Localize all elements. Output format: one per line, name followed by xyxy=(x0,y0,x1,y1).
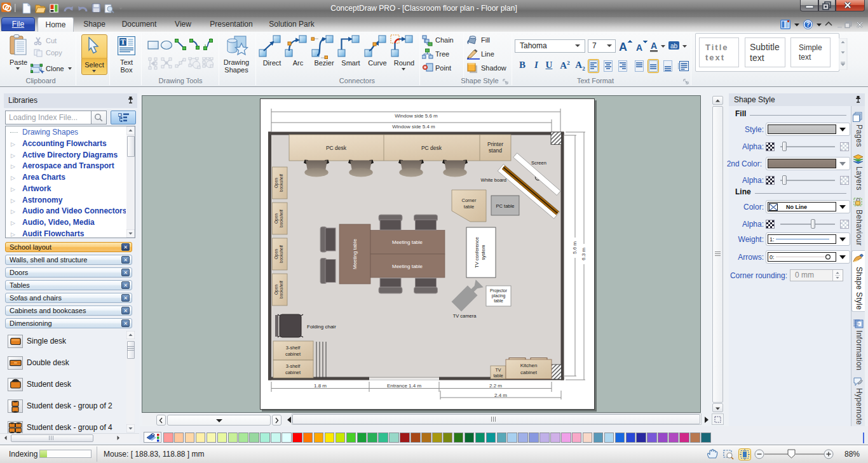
svg-text:A: A xyxy=(651,41,657,51)
svg-text:Meeting table: Meeting table xyxy=(392,264,423,269)
svg-text:Printer: Printer xyxy=(487,141,503,147)
svg-text:A: A xyxy=(619,41,627,53)
svg-text:5.6 m: 5.6 m xyxy=(572,241,578,254)
svg-text:Open: Open xyxy=(274,178,279,188)
svg-text:Projector: Projector xyxy=(490,288,508,293)
svg-text:Window side 5.6 m: Window side 5.6 m xyxy=(395,113,438,119)
svg-text:bookshelf: bookshelf xyxy=(279,210,283,227)
svg-text:Open: Open xyxy=(274,285,279,295)
svg-text:cabinet: cabinet xyxy=(285,351,301,357)
svg-text:bookshelf: bookshelf xyxy=(279,245,283,263)
svg-text:stand: stand xyxy=(489,147,502,154)
svg-text:cabinet: cabinet xyxy=(285,370,301,375)
svg-text:3-shelf: 3-shelf xyxy=(286,363,301,369)
svg-text:cabinet: cabinet xyxy=(520,370,538,375)
svg-text:6.3 m: 6.3 m xyxy=(581,248,587,260)
svg-text:Window side 5.4 m: Window side 5.4 m xyxy=(392,124,435,130)
svg-text:PC desk: PC desk xyxy=(326,145,347,151)
svg-text:Corner: Corner xyxy=(462,198,477,203)
svg-text:bookshelf: bookshelf xyxy=(279,174,283,192)
svg-text:TV: TV xyxy=(496,368,501,372)
svg-text:Open: Open xyxy=(274,213,279,224)
svg-text:PC desk: PC desk xyxy=(421,145,442,151)
svg-text:T: T xyxy=(120,37,125,46)
svg-text:placing: placing xyxy=(492,293,506,299)
svg-text:Open: Open xyxy=(274,249,279,259)
svg-text:Entrance 1.4 m: Entrance 1.4 m xyxy=(387,383,422,389)
svg-text:TV conference: TV conference xyxy=(474,237,480,268)
svg-text:table: table xyxy=(494,299,503,303)
svg-text:3-shelf: 3-shelf xyxy=(286,345,301,351)
svg-text:Kitchen: Kitchen xyxy=(520,363,538,368)
svg-text:White board: White board xyxy=(481,177,506,183)
svg-text:?: ? xyxy=(806,21,810,28)
svg-text:88%: 88% xyxy=(844,450,860,459)
svg-text:ab: ab xyxy=(670,43,678,50)
svg-text:PC table: PC table xyxy=(496,203,515,209)
svg-text:2.4 m: 2.4 m xyxy=(494,393,507,398)
svg-text:Folding chair: Folding chair xyxy=(307,324,336,330)
svg-text:TV camera: TV camera xyxy=(453,313,477,319)
svg-text:1.8 m: 1.8 m xyxy=(314,383,327,389)
svg-text:table: table xyxy=(464,204,474,210)
svg-text:system: system xyxy=(480,245,486,260)
svg-text:A: A xyxy=(636,43,642,53)
svg-text:Meeting table: Meeting table xyxy=(352,238,358,269)
svg-text:Screen: Screen xyxy=(531,160,546,166)
svg-text:Meeting table: Meeting table xyxy=(392,239,423,245)
svg-text:2.2 m: 2.2 m xyxy=(489,383,502,389)
svg-text:bookshelf: bookshelf xyxy=(279,281,283,299)
svg-text:table: table xyxy=(493,373,503,378)
